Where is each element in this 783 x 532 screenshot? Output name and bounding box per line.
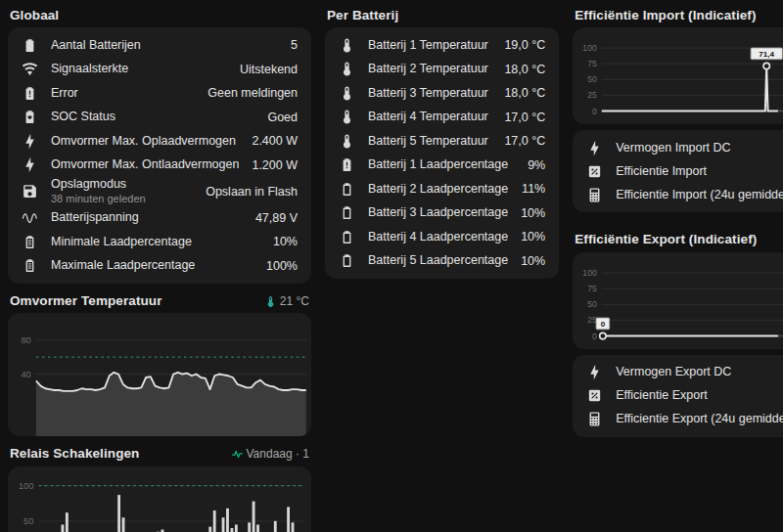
entity-row[interactable]: Efficientie Import 0% <box>586 159 783 183</box>
svg-text:100: 100 <box>583 43 598 53</box>
entity-row[interactable]: Omvormer Max. Oplaadvermogen 2.400 W <box>22 129 298 154</box>
sine-wave-icon <box>22 209 38 226</box>
entity-value: 2.400 W <box>252 134 298 148</box>
section-title-omvormer-temperatuur: Omvormer Temperatuur <box>10 293 162 309</box>
efficientie-import-chart: 100755025071,4 <box>573 27 783 124</box>
omvormer-temp-badge: 21 °C <box>264 294 309 308</box>
omvormer-temp-badge-value: 21 °C <box>280 294 309 308</box>
battery-alert-icon <box>22 85 38 102</box>
entity-row[interactable]: Batterij 1 Temperatuur 19,0 °C <box>339 33 545 58</box>
entity-value: Opslaan in Flash <box>206 185 298 199</box>
entity-label: Batterij 3 Laadpercentage <box>368 205 508 221</box>
percent-box-icon <box>586 163 603 180</box>
entity-label: Efficientie Export <box>616 388 783 404</box>
relais-badge: Vandaag · 1 <box>231 447 310 461</box>
efficientie-export-chart-card[interactable]: 10075502500 <box>573 252 783 349</box>
battery-outline-icon <box>339 252 355 269</box>
thermometer-down-icon <box>264 295 277 308</box>
thermometer-icon <box>339 85 355 102</box>
entity-row[interactable]: Maximale Laadpercentage 100% <box>22 254 298 279</box>
entity-label: Batterij 5 Temperatuur <box>368 134 491 150</box>
entity-row[interactable]: Omvormer Max. Ontlaadvermogen 1.200 W <box>22 154 298 178</box>
battery-icon <box>22 37 38 54</box>
svg-text:50: 50 <box>587 299 597 309</box>
entity-value: 18,0 °C <box>504 63 545 76</box>
entity-row[interactable]: Error Geen meldingen <box>22 81 298 106</box>
entity-row[interactable]: Batterij 4 Temperatuur 17,0 °C <box>339 106 545 130</box>
column-right: Efficiëntie Import (Indicatief) 10075502… <box>573 2 783 532</box>
section-title-per-batterij: Per Batterij <box>327 8 398 23</box>
entity-label: Batterijspanning <box>51 210 243 226</box>
entity-row[interactable]: Batterij 1 Laadpercentage 9% <box>339 154 545 178</box>
entity-value: 10% <box>273 235 298 248</box>
globaal-card: Aantal Batterijen 5 Signaalsterkte Uitst… <box>8 27 311 284</box>
entity-row[interactable]: Efficientie Import (24u gemiddelde) 75,4… <box>586 183 783 206</box>
entity-row[interactable]: Minimale Laadpercentage 10% <box>22 230 298 254</box>
omvormer-temperatuur-card[interactable]: 8040 <box>8 313 311 436</box>
entity-row[interactable]: Aantal Batterijen 5 <box>22 33 298 58</box>
relais-schakelingen-card[interactable]: 100500 <box>8 466 311 532</box>
svg-text:100: 100 <box>19 480 33 490</box>
entity-label: Batterij 1 Laadpercentage <box>368 157 515 173</box>
entity-label: Vermogen Import DC <box>616 141 783 156</box>
calculator-icon <box>586 187 603 203</box>
entity-row[interactable]: Batterij 3 Temperatuur 18,0 °C <box>339 81 545 106</box>
svg-text:50: 50 <box>23 516 33 526</box>
svg-text:50: 50 <box>587 75 597 85</box>
entity-value: Goed <box>267 111 298 124</box>
dashboard: Globaal Aantal Batterijen 5 Signaalsterk… <box>0 0 783 532</box>
entity-value: 10% <box>521 206 545 220</box>
column-left: Globaal Aantal Batterijen 5 Signaalsterk… <box>8 2 311 532</box>
entity-value: 19,0 °C <box>504 38 545 52</box>
entity-row[interactable]: Batterij 3 Laadpercentage 10% <box>339 201 545 226</box>
omvormer-temperatuur-chart: 8040 <box>8 313 311 436</box>
entity-value: 100% <box>266 259 298 273</box>
entity-value: 17,0 °C <box>504 134 545 148</box>
svg-text:25: 25 <box>587 91 597 101</box>
entity-row[interactable]: Vermogen Export DC 0 W <box>586 361 783 384</box>
section-title-globaal: Globaal <box>10 8 59 23</box>
section-omvormer-temperatuur: Omvormer Temperatuur 21 °C 8040 <box>8 288 311 436</box>
entity-label: Omvormer Max. Oplaadvermogen <box>51 134 239 150</box>
section-title-relais: Relais Schakelingen <box>10 446 139 462</box>
entity-value: 18,0 °C <box>504 86 545 100</box>
entity-label: Signaalsterkte <box>51 62 227 77</box>
efficientie-import-rows-card: Vermogen Import DC 0 W Efficientie Impor… <box>573 130 783 212</box>
entity-row[interactable]: Batterij 4 Laadpercentage 10% <box>339 225 545 249</box>
svg-text:0: 0 <box>592 107 597 116</box>
entity-row[interactable]: Batterij 2 Temperatuur 18,0 °C <box>339 58 545 82</box>
entity-label: Efficientie Import (24u gemiddelde) <box>616 188 783 203</box>
section-per-batterij: Per Batterij Batterij 1 Temperatuur 19,0… <box>325 2 559 279</box>
entity-row[interactable]: Efficientie Export (24u gemiddelde) 88,4… <box>586 408 783 431</box>
svg-text:80: 80 <box>21 335 30 345</box>
entity-value: 10% <box>521 254 545 268</box>
entity-row[interactable]: Efficientie Export 0% <box>586 384 783 408</box>
entity-row[interactable]: Batterijspanning 47,89 V <box>22 206 298 231</box>
efficientie-export-chart: 10075502500 <box>573 252 783 349</box>
entity-value: 10% <box>521 230 545 244</box>
entity-row[interactable]: Signaalsterkte Uitstekend <box>22 58 298 82</box>
relais-schakelingen-chart: 100500 <box>8 466 311 532</box>
entity-value: 11% <box>522 182 545 196</box>
section-title-efficientie-export: Efficiëntie Export (Indicatief) <box>575 232 757 247</box>
thermometer-icon <box>339 133 355 150</box>
efficientie-import-chart-card[interactable]: 100755025071,4 <box>573 27 783 124</box>
entity-label: Opslagmodus <box>51 177 193 193</box>
entity-row[interactable]: Batterij 5 Temperatuur 17,0 °C <box>339 129 545 154</box>
entity-row[interactable]: Vermogen Import DC 0 W <box>586 136 783 159</box>
battery-outline-icon <box>339 181 355 198</box>
entity-row[interactable]: Batterij 5 Laadpercentage 10% <box>339 249 545 274</box>
entity-value: Uitstekend <box>240 63 298 76</box>
svg-text:0: 0 <box>592 331 597 340</box>
entity-row[interactable]: Opslagmodus 38 minuten geleden Opslaan i… <box>22 177 298 205</box>
lightning-bolt-icon <box>586 140 603 156</box>
entity-row[interactable]: Batterij 2 Laadpercentage 11% <box>339 177 545 201</box>
entity-label: Efficientie Export (24u gemiddelde) <box>616 412 783 427</box>
efficientie-export-rows-card: Vermogen Export DC 0 W Efficientie Expor… <box>573 355 783 437</box>
entity-value: 5 <box>291 38 298 52</box>
relais-badge-value: Vandaag · 1 <box>247 447 310 461</box>
entity-row[interactable]: SOC Status Goed <box>22 106 298 130</box>
battery-lines-icon <box>22 234 38 250</box>
section-globaal: Globaal Aantal Batterijen 5 Signaalsterk… <box>8 2 311 284</box>
entity-label: Error <box>51 86 195 102</box>
